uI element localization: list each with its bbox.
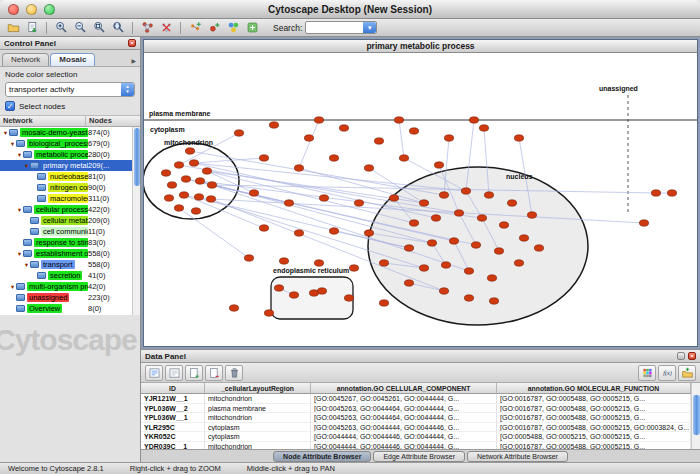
- network-node[interactable]: [651, 190, 660, 196]
- network-node[interactable]: [164, 195, 173, 201]
- network-node[interactable]: [304, 135, 313, 141]
- zoom-window-button[interactable]: [44, 4, 55, 15]
- network-node[interactable]: [409, 128, 418, 134]
- import-network-button[interactable]: [23, 20, 41, 36]
- scrollbar-thumb[interactable]: [693, 395, 700, 435]
- column-header[interactable]: annotation.GO CELLULAR_COMPONENT: [311, 383, 497, 394]
- vizmapper-button[interactable]: [224, 20, 242, 36]
- network-node[interactable]: [419, 200, 428, 206]
- network-node[interactable]: [404, 245, 413, 251]
- network-node[interactable]: [269, 122, 278, 128]
- create-network-button[interactable]: [186, 20, 204, 36]
- network-node[interactable]: [484, 192, 493, 198]
- tree-header-network[interactable]: Network: [0, 116, 86, 126]
- column-header[interactable]: _cellularLayoutRegion: [205, 383, 311, 394]
- network-node[interactable]: [329, 228, 338, 234]
- network-node[interactable]: [494, 248, 503, 254]
- network-overview-button[interactable]: [138, 20, 156, 36]
- network-node[interactable]: [354, 200, 363, 206]
- float-panel-icon[interactable]: [677, 352, 685, 360]
- expander-icon[interactable]: ▼: [2, 130, 9, 136]
- tree-item-cellular-metabo[interactable]: cellular metabo...209(0): [0, 215, 132, 226]
- matrix-button[interactable]: [638, 365, 656, 381]
- network-node[interactable]: [344, 295, 353, 301]
- add-node-button[interactable]: [205, 20, 223, 36]
- network-node[interactable]: [389, 195, 398, 201]
- network-node[interactable]: [284, 200, 293, 206]
- select-nodes-checkbox[interactable]: ✓ Select nodes: [5, 101, 135, 111]
- network-node[interactable]: [202, 168, 211, 174]
- network-node[interactable]: [364, 230, 373, 236]
- network-node[interactable]: [487, 275, 496, 281]
- network-node[interactable]: [191, 208, 200, 214]
- zoom-selected-button[interactable]: [90, 20, 108, 36]
- network-node[interactable]: [206, 196, 215, 202]
- tree-item-overview[interactable]: Overview8(0): [0, 303, 132, 314]
- network-node[interactable]: [454, 210, 463, 216]
- network-node[interactable]: [259, 155, 268, 161]
- plugin-button[interactable]: [243, 20, 261, 36]
- tab-scroll-right-icon[interactable]: ▶: [131, 57, 138, 66]
- table-row[interactable]: YLR295Ccytoplasm[GO:0045263, GO:0044444,…: [141, 423, 691, 433]
- network-node[interactable]: [289, 292, 298, 298]
- expander-icon[interactable]: ▼: [16, 152, 23, 158]
- network-canvas[interactable]: plasma membranecytoplasmmitochondrionnuc…: [144, 53, 697, 346]
- network-node[interactable]: [294, 230, 303, 236]
- network-node[interactable]: [379, 300, 388, 306]
- tree-item-cell-communica[interactable]: cell communica...11(0): [0, 226, 132, 237]
- tree-item-macromolecule[interactable]: macromolecule...311(0): [0, 193, 132, 204]
- network-node[interactable]: [444, 135, 453, 141]
- network-node[interactable]: [274, 285, 283, 291]
- tree-item-primary-metab[interactable]: ▼primary metab...209(...: [0, 160, 132, 171]
- column-header[interactable]: annotation.GO MOLECULAR_FUNCTION: [497, 383, 691, 394]
- network-node[interactable]: [534, 245, 543, 251]
- expander-icon[interactable]: ▼: [16, 207, 23, 213]
- scrollbar-thumb[interactable]: [134, 128, 140, 186]
- network-node[interactable]: [207, 182, 216, 188]
- network-node[interactable]: [394, 117, 403, 123]
- network-node[interactable]: [167, 182, 176, 188]
- expander-icon[interactable]: ▼: [23, 163, 30, 169]
- network-node[interactable]: [181, 176, 190, 182]
- network-node[interactable]: [489, 298, 498, 304]
- network-node[interactable]: [294, 165, 303, 171]
- network-node[interactable]: [439, 288, 448, 294]
- tree-item-establishment-of-lo[interactable]: ▼establishment of lo558(0): [0, 248, 132, 259]
- network-node[interactable]: [439, 192, 448, 198]
- tree-item-nucleobase[interactable]: nucleobase...81(0): [0, 171, 132, 182]
- network-node[interactable]: [409, 220, 418, 226]
- table-row[interactable]: YDR039C__1mitochondrion[GO:0044444, GO:0…: [141, 442, 691, 450]
- network-node[interactable]: [514, 260, 523, 266]
- table-row[interactable]: YPL036W__2plasma membrane[GO:0045263, GO…: [141, 404, 691, 414]
- network-node[interactable]: [471, 242, 480, 248]
- network-node[interactable]: [259, 225, 268, 231]
- trash-button[interactable]: [225, 365, 243, 381]
- network-node[interactable]: [507, 200, 516, 206]
- table-scrollbar[interactable]: [691, 383, 700, 449]
- network-node[interactable]: [174, 162, 183, 168]
- table-row[interactable]: YJR121W__1mitochondrion[GO:0045267, GO:0…: [141, 394, 691, 404]
- network-node[interactable]: [419, 265, 428, 271]
- network-node[interactable]: [499, 222, 508, 228]
- network-node[interactable]: [185, 148, 194, 154]
- network-node[interactable]: [229, 305, 238, 311]
- function-button[interactable]: f(x): [658, 365, 676, 381]
- network-node[interactable]: [234, 130, 243, 136]
- column-header[interactable]: ID: [141, 383, 205, 394]
- unselect-attributes-button[interactable]: [165, 365, 183, 381]
- network-edge[interactable]: [299, 168, 424, 203]
- network-node[interactable]: [434, 162, 443, 168]
- network-node[interactable]: [319, 195, 328, 201]
- new-attribute-button[interactable]: [185, 365, 203, 381]
- network-node[interactable]: [195, 178, 204, 184]
- tree-scrollbar[interactable]: [132, 127, 140, 315]
- network-node[interactable]: [399, 155, 408, 161]
- network-node[interactable]: [314, 117, 323, 123]
- network-node[interactable]: [449, 238, 458, 244]
- tab-network-attribute-browser[interactable]: Network Attribute Browser: [467, 451, 568, 462]
- destroy-network-button[interactable]: [157, 20, 175, 36]
- network-edge[interactable]: [179, 208, 249, 258]
- network-node[interactable]: [161, 170, 170, 176]
- network-node[interactable]: [519, 235, 528, 241]
- network-node[interactable]: [427, 240, 436, 246]
